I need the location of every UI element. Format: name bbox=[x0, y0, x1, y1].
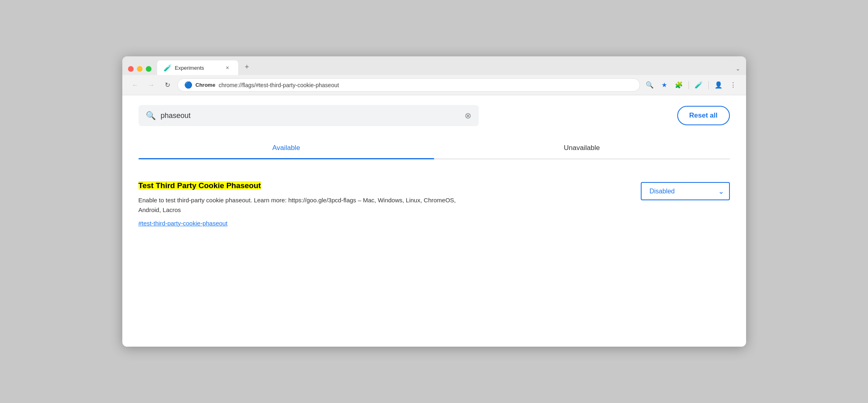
tab-close-button[interactable]: × bbox=[224, 64, 232, 72]
flag-select[interactable]: Default Disabled Enabled bbox=[641, 182, 730, 200]
search-box[interactable]: 🔍 ⊗ bbox=[139, 105, 479, 126]
window-controls bbox=[128, 66, 151, 72]
reload-icon: ↻ bbox=[165, 81, 170, 89]
nav-icons: 🔍 ★ 🧩 🧪 👤 ⋮ bbox=[643, 79, 740, 92]
flag-control: Default Disabled Enabled ⌄ bbox=[616, 180, 730, 200]
new-tab-button[interactable]: + bbox=[241, 61, 253, 73]
flag-title: Test Third Party Cookie Phaseout bbox=[139, 180, 600, 191]
search-row: 🔍 ⊗ Reset all bbox=[139, 105, 730, 126]
zoom-icon: 🔍 bbox=[646, 81, 654, 89]
address-text: chrome://flags/#test-third-party-cookie-… bbox=[219, 82, 339, 88]
nav-bar: ← → ↻ 🔵 Chrome chrome://flags/#test-thir… bbox=[122, 75, 746, 95]
close-button[interactable] bbox=[128, 66, 134, 72]
bookmark-icon: ★ bbox=[661, 81, 667, 89]
forward-icon: → bbox=[148, 81, 155, 89]
bookmark-button[interactable]: ★ bbox=[658, 79, 671, 92]
tabs-row: Available Unavailable bbox=[139, 137, 730, 159]
profile-icon: 👤 bbox=[714, 81, 723, 89]
nav-divider-2 bbox=[708, 81, 709, 89]
browser-window: 🧪 Experiments × + ⌄ ← → ↻ 🔵 Chrome chrom… bbox=[122, 56, 746, 347]
tab-unavailable-label: Unavailable bbox=[564, 144, 600, 152]
tab-title: Experiments bbox=[175, 65, 220, 71]
active-tab[interactable]: 🧪 Experiments × bbox=[157, 60, 238, 75]
tab-available[interactable]: Available bbox=[139, 137, 434, 159]
site-name: Chrome bbox=[196, 82, 215, 88]
tab-icon: 🧪 bbox=[164, 64, 172, 72]
minimize-button[interactable] bbox=[137, 66, 143, 72]
search-input[interactable] bbox=[161, 111, 460, 120]
back-icon: ← bbox=[132, 81, 139, 89]
nav-divider bbox=[689, 81, 689, 89]
extensions-icon: 🧩 bbox=[675, 81, 683, 89]
zoom-button[interactable]: 🔍 bbox=[643, 79, 656, 92]
extensions-button[interactable]: 🧩 bbox=[672, 79, 685, 92]
reload-button[interactable]: ↻ bbox=[161, 79, 174, 92]
flag-description: Enable to test third-party cookie phaseo… bbox=[139, 195, 471, 215]
flag-item: Test Third Party Cookie Phaseout Enable … bbox=[139, 172, 730, 235]
content-area: 🔍 ⊗ Reset all Available Unavailable Test… bbox=[122, 95, 746, 347]
menu-button[interactable]: ⋮ bbox=[727, 79, 740, 92]
flag-title-text: Test Third Party Cookie Phaseout bbox=[139, 181, 261, 190]
search-icon: 🔍 bbox=[146, 111, 156, 120]
tab-available-label: Available bbox=[272, 144, 300, 152]
profile-button[interactable]: 👤 bbox=[712, 79, 725, 92]
site-icon: 🔵 bbox=[184, 81, 192, 89]
flag-info: Test Third Party Cookie Phaseout Enable … bbox=[139, 180, 600, 227]
back-button[interactable]: ← bbox=[129, 79, 142, 92]
maximize-button[interactable] bbox=[146, 66, 151, 72]
flag-select-wrapper[interactable]: Default Disabled Enabled ⌄ bbox=[641, 182, 730, 200]
tab-dropdown-button[interactable]: ⌄ bbox=[736, 65, 740, 72]
tab-unavailable[interactable]: Unavailable bbox=[434, 137, 730, 159]
search-clear-button[interactable]: ⊗ bbox=[465, 111, 471, 120]
experiments-nav-icon: 🧪 bbox=[695, 81, 703, 89]
title-bar: 🧪 Experiments × + ⌄ bbox=[122, 56, 746, 75]
forward-button[interactable]: → bbox=[145, 79, 158, 92]
experiments-nav-button[interactable]: 🧪 bbox=[692, 79, 705, 92]
menu-icon: ⋮ bbox=[730, 81, 736, 89]
tab-bar: 🧪 Experiments × + ⌄ bbox=[157, 60, 740, 75]
reset-all-button[interactable]: Reset all bbox=[677, 106, 730, 125]
flag-anchor-link[interactable]: #test-third-party-cookie-phaseout bbox=[139, 220, 600, 227]
address-bar[interactable]: 🔵 Chrome chrome://flags/#test-third-part… bbox=[177, 78, 640, 92]
